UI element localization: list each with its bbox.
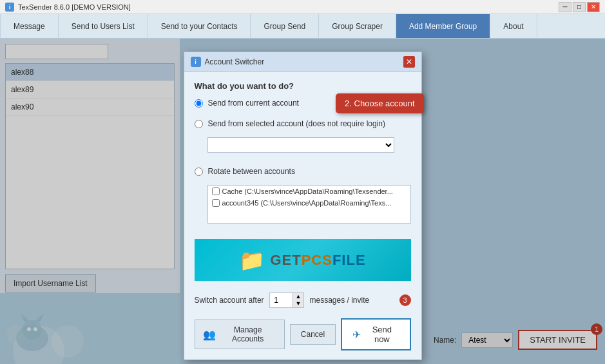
account-switcher-modal: i Account Switcher ✕ What do you want to…	[184, 52, 422, 360]
folder-icon: 📁	[239, 248, 265, 273]
switch-decrement-button[interactable]: ▼	[293, 300, 304, 307]
choose-account-button[interactable]: 2. Choose account	[336, 93, 423, 113]
manage-accounts-button[interactable]: 👥 Manage Accounts	[195, 320, 285, 349]
account-name-1: account345 (C:\Users\vince\AppData\Roami…	[222, 199, 392, 207]
app-icon: i	[5, 3, 14, 12]
tab-group-scraper[interactable]: Group Scraper	[319, 14, 396, 38]
account-list-item: account345 (C:\Users\vince\AppData\Roami…	[208, 197, 410, 209]
send-now-label: Send now	[365, 325, 399, 344]
modal-title: Account Switcher	[205, 57, 265, 66]
app-title: TexSender 8.6.0 [DEMO VERSION]	[18, 3, 559, 11]
tab-group-send[interactable]: Group Send	[251, 14, 319, 38]
switch-value-input[interactable]	[270, 293, 293, 307]
title-bar: i TexSender 8.6.0 [DEMO VERSION] ─ □ ✕	[0, 0, 605, 14]
modal-close-button[interactable]: ✕	[403, 56, 415, 68]
account-checkbox-0[interactable]	[212, 187, 220, 195]
modal-body: What do you want to do? Send from curren…	[184, 72, 421, 233]
ad-banner: 📁 GETPCSFILE	[195, 239, 411, 281]
radio-row-selected: Send from selected account (does not req…	[195, 119, 411, 128]
modal-overlay: i Account Switcher ✕ What do you want to…	[0, 39, 605, 364]
tab-about[interactable]: About	[490, 14, 537, 38]
switch-increment-button[interactable]: ▲	[293, 293, 304, 300]
badge-3: 3	[399, 294, 411, 306]
radio-label-current: Send from current account	[208, 99, 299, 108]
radio-group: Send from current account 2. Choose acco…	[195, 99, 411, 224]
minimize-button[interactable]: ─	[559, 2, 571, 12]
account-checkbox-1[interactable]	[212, 199, 220, 207]
tab-send-to-users-list[interactable]: Send to Users List	[59, 14, 148, 38]
maximize-button[interactable]: □	[573, 2, 586, 12]
tab-message[interactable]: Message	[0, 14, 59, 38]
window-controls: ─ □ ✕	[559, 2, 600, 12]
manage-accounts-icon: 👥	[203, 329, 216, 341]
send-now-button[interactable]: ✈ Send now	[341, 318, 410, 350]
account-name-0: Cache (C:\Users\vince\AppData\Roaming\Te…	[222, 187, 393, 195]
accounts-list: Cache (C:\Users\vince\AppData\Roaming\Te…	[207, 185, 411, 224]
cancel-button[interactable]: Cancel	[290, 324, 336, 345]
radio-label-rotate: Rotate between accounts	[208, 167, 295, 176]
modal-question: What do you want to do?	[195, 81, 411, 91]
tab-bar: Message Send to Users List Send to your …	[0, 14, 605, 39]
send-icon: ✈	[352, 329, 361, 341]
radio-row-rotate: Rotate between accounts	[195, 167, 411, 176]
main-content: alex88 alex89 alex90 Import Username Lis…	[0, 39, 605, 364]
account-list-item: Cache (C:\Users\vince\AppData\Roaming\Te…	[208, 186, 410, 197]
ad-text: GETPCSFILE	[270, 252, 365, 269]
radio-selected[interactable]	[195, 120, 203, 128]
modal-app-icon: i	[191, 57, 201, 67]
radio-current[interactable]	[195, 99, 203, 108]
modal-title-left: i Account Switcher	[191, 57, 265, 67]
switch-label: Switch account after	[195, 296, 264, 305]
modal-footer: 👥 Manage Accounts Cancel ✈ Send now	[184, 313, 421, 359]
radio-label-selected: Send from selected account (does not req…	[208, 119, 386, 128]
radio-rotate[interactable]	[195, 168, 203, 176]
account-dropdown[interactable]	[207, 137, 394, 153]
modal-title-bar: i Account Switcher ✕	[184, 52, 421, 72]
manage-accounts-label: Manage Accounts	[220, 325, 276, 343]
tab-add-member-group[interactable]: Add Member Group	[396, 14, 490, 38]
switch-account-row: Switch account after ▲ ▼ messages / invi…	[184, 287, 421, 313]
tab-send-to-contacts[interactable]: Send to your Contacts	[148, 14, 251, 38]
dropdown-row	[207, 137, 411, 153]
switch-suffix: messages / invite	[309, 296, 369, 305]
close-button[interactable]: ✕	[587, 2, 600, 12]
